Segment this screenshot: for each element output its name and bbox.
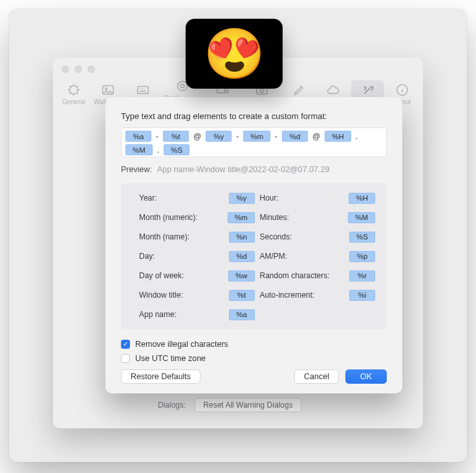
preview-label: Preview:	[121, 165, 152, 174]
sheet-title: Type text and drag elements to create a …	[121, 111, 387, 121]
legend-row: Minutes:%M	[260, 212, 376, 223]
legend-label: Random characters:	[260, 271, 330, 280]
legend-row: Hour:%H	[260, 192, 376, 204]
format-preview: Preview: App name-Window title@2022-02-0…	[121, 165, 387, 174]
legend-label: Year:	[139, 193, 157, 203]
minimize-icon[interactable]	[74, 65, 82, 73]
reset-dialogs-button[interactable]: Reset All Warning Dialogs	[195, 398, 301, 412]
app-emoji-badge: 😍	[186, 19, 283, 89]
legend-label: Day:	[139, 252, 155, 261]
legend-token[interactable]: %a	[229, 309, 255, 320]
checkbox-label: Remove illegal characters	[135, 340, 228, 349]
checkbox-icon	[121, 340, 130, 349]
svg-point-5	[180, 84, 184, 88]
legend-token[interactable]: %t	[229, 290, 255, 301]
format-token[interactable]: %t	[163, 131, 189, 142]
heart-eyes-emoji-icon: 😍	[204, 29, 265, 78]
legend-token[interactable]: %H	[349, 193, 375, 204]
format-separator[interactable]: .	[155, 146, 162, 155]
legend-row: Window title:%t	[139, 289, 255, 301]
preview-value: App name-Window title@2022-02-02@07.07.2…	[157, 165, 330, 174]
svg-point-2	[105, 87, 107, 89]
dialogs-row: Dialogs: Reset All Warning Dialogs	[158, 398, 301, 412]
legend-row: Year:%y	[139, 192, 255, 204]
format-separator[interactable]: -	[272, 132, 280, 141]
format-token[interactable]: %H	[325, 131, 351, 142]
cancel-button[interactable]: Cancel	[294, 369, 339, 384]
svg-point-8	[260, 88, 264, 92]
legend-label: Month (name):	[139, 232, 189, 241]
format-token[interactable]: %S	[164, 144, 189, 155]
legend-label: Minutes:	[260, 213, 289, 222]
custom-format-sheet: Type text and drag elements to create a …	[105, 97, 402, 393]
restore-defaults-button[interactable]: Restore Defaults	[121, 369, 200, 384]
legend-label: Hour:	[260, 193, 279, 203]
legend-label: App name:	[139, 310, 177, 319]
legend-row: Month (numeric):%m	[139, 212, 255, 223]
legend-label: Month (numeric):	[139, 213, 198, 222]
format-separator[interactable]: .	[353, 132, 360, 141]
legend-token[interactable]: %y	[229, 193, 255, 204]
format-token[interactable]: %d	[282, 131, 308, 142]
legend-label: Seconds:	[260, 232, 292, 241]
ok-button[interactable]: OK	[345, 369, 387, 384]
format-token[interactable]: %m	[243, 131, 270, 142]
format-separator[interactable]: -	[153, 132, 161, 141]
utc-checkbox[interactable]: Use UTC time zone	[121, 354, 387, 363]
close-icon[interactable]	[61, 65, 69, 73]
format-token[interactable]: %a	[125, 131, 151, 142]
format-separator[interactable]: -	[233, 132, 241, 141]
token-legend: Year:%yMonth (numeric):%mMonth (name):%n…	[121, 183, 387, 329]
legend-row: Day:%d	[139, 250, 255, 262]
legend-token[interactable]: %r	[349, 270, 375, 281]
format-separator[interactable]: @	[191, 132, 204, 141]
legend-row: Month (name):%n	[139, 231, 255, 243]
dialogs-label: Dialogs:	[158, 401, 186, 410]
zoom-icon[interactable]	[87, 65, 95, 73]
legend-token[interactable]: %S	[349, 232, 375, 243]
format-separator[interactable]: @	[310, 132, 323, 141]
format-token[interactable]: %M	[125, 144, 153, 155]
legend-token[interactable]: %p	[349, 251, 375, 262]
legend-token[interactable]: %m	[228, 212, 255, 223]
legend-label: Auto-increment:	[260, 291, 315, 300]
legend-row: Random characters:%r	[260, 270, 376, 281]
legend-label: AM/PM:	[260, 252, 288, 261]
format-input[interactable]: %a-%t@%y-%m-%d@%H.%M.%S	[121, 127, 387, 157]
legend-token[interactable]: %M	[348, 212, 375, 223]
format-token[interactable]: %y	[206, 131, 232, 142]
traffic-lights	[61, 65, 95, 73]
remove-illegal-checkbox[interactable]: Remove illegal characters	[121, 340, 387, 349]
svg-point-0	[70, 85, 78, 94]
checkbox-icon	[121, 354, 130, 363]
legend-token[interactable]: %i	[349, 290, 375, 301]
tab-general[interactable]: General	[58, 80, 89, 107]
checkbox-label: Use UTC time zone	[135, 354, 206, 363]
legend-row: Auto-increment:%i	[260, 289, 376, 301]
legend-token[interactable]: %n	[229, 232, 255, 243]
legend-row: Seconds:%S	[260, 231, 376, 243]
legend-label: Window title:	[139, 291, 183, 300]
legend-token[interactable]: %w	[228, 270, 255, 281]
legend-row: App name:%a	[139, 309, 255, 320]
tab-label: General	[62, 98, 85, 105]
svg-rect-3	[138, 86, 149, 93]
legend-token[interactable]: %d	[229, 251, 255, 262]
legend-row: AM/PM:%p	[260, 250, 376, 262]
legend-row: Day of week:%w	[139, 270, 255, 281]
legend-label: Day of week:	[139, 271, 184, 280]
